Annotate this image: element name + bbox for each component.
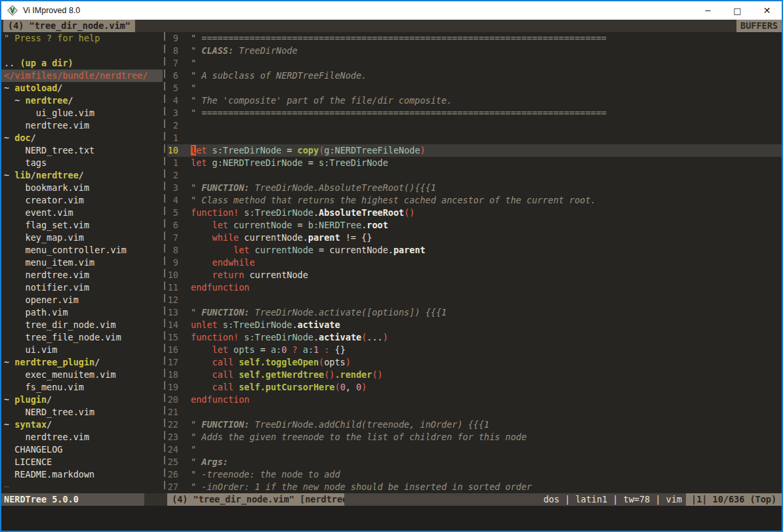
tree-item[interactable]: NERD_tree.vim bbox=[1, 406, 163, 419]
code-line[interactable]: 3" =====================================… bbox=[167, 107, 782, 119]
token-kw: unlet bbox=[191, 319, 218, 330]
tree-item[interactable]: ~ autoload/ bbox=[1, 82, 163, 94]
code-line[interactable]: 4" The 'composite' part of the file/dir … bbox=[167, 94, 782, 107]
token-file: ui_glue.vim bbox=[4, 108, 94, 118]
code-line[interactable]: 18 call self.getNerdtree().render() bbox=[167, 369, 782, 381]
tree-item[interactable]: README.markdown bbox=[1, 468, 163, 481]
tree-item[interactable]: bookmark.vim bbox=[1, 182, 163, 194]
tree-item[interactable]: ~ bbox=[1, 481, 163, 493]
tree-item[interactable]: ~ doc/ bbox=[1, 132, 163, 144]
code-line[interactable]: 12 bbox=[167, 294, 782, 306]
tree-item[interactable]: key_map.vim bbox=[1, 232, 163, 244]
command-line[interactable] bbox=[1, 506, 782, 531]
code-line[interactable]: 9" =====================================… bbox=[167, 32, 782, 45]
code-line[interactable]: 26" -treenode: the node to add bbox=[167, 468, 782, 481]
code-line[interactable]: 5function! s:TreeDirNode.AbsoluteTreeRoo… bbox=[167, 207, 782, 219]
window-separator[interactable] bbox=[163, 32, 167, 493]
line-number: 25 bbox=[167, 456, 178, 468]
line-number: 15 bbox=[167, 331, 178, 344]
code-line[interactable]: 6" A subclass of NERDTreeFileNode. bbox=[167, 70, 782, 82]
token-fg bbox=[233, 382, 239, 392]
tree-item[interactable]: notifier.vim bbox=[1, 281, 163, 294]
code-line[interactable]: 2 bbox=[167, 169, 782, 182]
tree-item[interactable]: fs_menu.vim bbox=[1, 381, 163, 394]
code-line[interactable]: 6 let currentNode = b:NERDTree.root bbox=[167, 219, 782, 232]
token-file: ~ bbox=[4, 133, 14, 143]
code-line[interactable]: 27" -inOrder: 1 if the new node should b… bbox=[167, 481, 782, 493]
code-line[interactable]: 22" FUNCTION: TreeDirNode.addChild(treen… bbox=[167, 419, 782, 431]
code-line[interactable]: 4" Class method that returns the highest… bbox=[167, 194, 782, 207]
tree-item[interactable]: nerdtree.vim bbox=[1, 431, 163, 443]
tree-item[interactable]: </vimfiles/bundle/nerdtree/ bbox=[1, 70, 163, 82]
line-number: 14 bbox=[167, 319, 178, 331]
tree-item[interactable]: ~ syntax/ bbox=[1, 419, 163, 431]
tree-item[interactable]: exec_menuitem.vim bbox=[1, 369, 163, 381]
line-number: 4 bbox=[167, 94, 178, 107]
tree-item[interactable]: ~ plugin/ bbox=[1, 394, 163, 406]
code-line[interactable]: 11endfunction bbox=[167, 281, 782, 294]
token-dir: nerdtree bbox=[26, 95, 68, 106]
tree-item[interactable]: " Press ? for help bbox=[1, 32, 163, 45]
tab-tree-dir-node[interactable]: (4) "tree_dir_node.vim" bbox=[3, 20, 135, 32]
token-file: nerdtree.vim bbox=[4, 120, 89, 131]
code-line[interactable]: 1 bbox=[167, 132, 782, 144]
code-line[interactable]: 20endfunction bbox=[167, 394, 782, 406]
vim-window: Vi IMproved 8.0 ─ □ ✕ (4) "tree_dir_node… bbox=[0, 0, 783, 532]
code-line[interactable]: 15function! s:TreeDirNode.activate(...) bbox=[167, 331, 782, 344]
tree-item[interactable]: path.vim bbox=[1, 306, 163, 319]
tree-item[interactable]: event.vim bbox=[1, 207, 163, 219]
code-line[interactable]: 3" FUNCTION: TreeDirNode.AbsoluteTreeRoo… bbox=[167, 182, 782, 194]
code-line[interactable]: 19 call self.putCursorHere(0, 0) bbox=[167, 381, 782, 394]
tree-item[interactable]: menu_controller.vim bbox=[1, 244, 163, 256]
line-number: 17 bbox=[167, 356, 178, 369]
code-line[interactable]: 8" CLASS: TreeDirNode bbox=[167, 45, 782, 57]
code-line[interactable]: 5" bbox=[167, 82, 782, 94]
token-fg bbox=[191, 270, 212, 280]
token-fg bbox=[249, 245, 254, 255]
code-line[interactable]: 24" bbox=[167, 443, 782, 456]
line-number: 16 bbox=[167, 344, 178, 356]
code-line[interactable]: 8 let currentNode = currentNode.parent bbox=[167, 244, 782, 256]
code-line[interactable]: 17 call self.toggleOpen(opts) bbox=[167, 356, 782, 369]
code-line[interactable]: 14unlet s:TreeDirNode.activate bbox=[167, 319, 782, 331]
code-line[interactable]: 2 bbox=[167, 119, 782, 132]
tree-item[interactable]: ui.vim bbox=[1, 344, 163, 356]
code-line[interactable]: 21 bbox=[167, 406, 782, 419]
tree-item[interactable]: nerdtree.vim bbox=[1, 269, 163, 281]
token-kw: let bbox=[191, 157, 207, 168]
token-kw: function! bbox=[191, 332, 239, 342]
code-line[interactable]: 25" Args: bbox=[167, 456, 782, 468]
maximize-button[interactable]: □ bbox=[723, 1, 752, 20]
tree-item[interactable]: flag_set.vim bbox=[1, 219, 163, 232]
code-line[interactable]: 13" FUNCTION: TreeDirNode.activate([opti… bbox=[167, 306, 782, 319]
tree-item[interactable]: ~ nerdtree_plugin/ bbox=[1, 356, 163, 369]
code-line[interactable]: 7" bbox=[167, 57, 782, 70]
tabline-fill bbox=[135, 20, 736, 32]
code-line[interactable]: 10 return currentNode bbox=[167, 269, 782, 281]
tree-item[interactable]: tree_dir_node.vim bbox=[1, 319, 163, 331]
tree-item[interactable]: .. (up a dir) bbox=[1, 57, 163, 70]
code-line[interactable]: 10let s:TreeDirNode = copy(g:NERDTreeFil… bbox=[167, 144, 782, 157]
code-line[interactable]: 1let g:NERDTreeDirNode = s:TreeDirNode bbox=[167, 157, 782, 169]
tree-item[interactable]: nerdtree.vim bbox=[1, 119, 163, 132]
tree-item[interactable]: ~ nerdtree/ bbox=[1, 94, 163, 107]
close-button[interactable]: ✕ bbox=[752, 1, 782, 20]
tree-item[interactable]: tags bbox=[1, 157, 163, 169]
tree-item[interactable]: menu_item.vim bbox=[1, 256, 163, 269]
tree-item[interactable]: NERD_tree.txt bbox=[1, 144, 163, 157]
code-line[interactable]: 16 let opts = a:0 ? a:1 : {} bbox=[167, 344, 782, 356]
minimize-button[interactable]: ─ bbox=[693, 1, 723, 20]
token-file: exec_menuitem.vim bbox=[4, 369, 116, 380]
code-line[interactable]: 7 while currentNode.parent != {} bbox=[167, 232, 782, 244]
tree-item[interactable]: ~ lib/nerdtree/ bbox=[1, 169, 163, 182]
tree-item[interactable]: ui_glue.vim bbox=[1, 107, 163, 119]
tree-item[interactable]: creator.vim bbox=[1, 194, 163, 207]
tree-item[interactable]: tree_file_node.vim bbox=[1, 331, 163, 344]
code-line[interactable]: 9 endwhile bbox=[167, 256, 782, 269]
tree-item[interactable]: opener.vim bbox=[1, 294, 163, 306]
tree-item[interactable]: CHANGELOG bbox=[1, 443, 163, 456]
code-line[interactable]: 23" Adds the given treenode to the list … bbox=[167, 431, 782, 443]
tree-item[interactable]: LICENCE bbox=[1, 456, 163, 468]
tree-item[interactable] bbox=[1, 45, 163, 57]
vim-icon[interactable] bbox=[7, 5, 18, 16]
